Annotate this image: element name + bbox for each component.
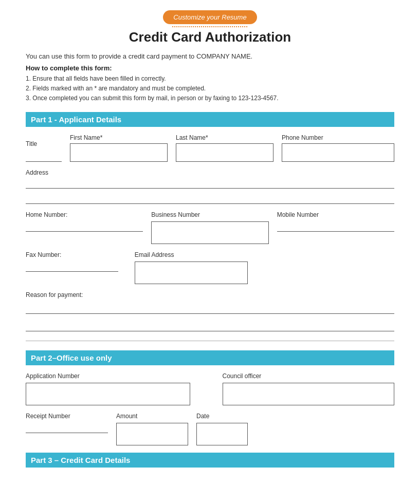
mobile-number-group: Mobile Number: [277, 211, 394, 234]
part1-header: Part 1 - Applicant Details: [26, 112, 394, 127]
home-number-label: Home Number:: [26, 211, 143, 218]
address-line-1[interactable]: [26, 178, 394, 189]
home-number-input[interactable]: [26, 221, 143, 232]
council-officer-input[interactable]: [223, 383, 395, 405]
numbers-row: Home Number: Business Number Mobile Numb…: [26, 211, 394, 244]
home-number-group: Home Number:: [26, 211, 143, 234]
receipt-number-label: Receipt Number: [26, 413, 108, 420]
fax-label: Fax Number:: [26, 251, 126, 258]
email-label: Email Address: [135, 251, 286, 258]
mobile-number-input[interactable]: [277, 221, 394, 232]
council-officer-group: Council officer: [223, 372, 395, 405]
firstname-label: First Name*: [70, 134, 168, 141]
email-input[interactable]: [135, 262, 248, 284]
divider-1: [26, 341, 394, 341]
customize-button[interactable]: Customize your Resume: [163, 10, 257, 24]
customize-btn-container: Customize your Resume: [26, 10, 394, 24]
phone-group: Phone Number: [282, 134, 394, 162]
title-group: Title: [26, 140, 62, 162]
date-input[interactable]: [196, 423, 248, 445]
instructions-block: How to complete this form: 1. Ensure tha…: [26, 64, 394, 104]
title-input[interactable]: [26, 152, 62, 162]
lastname-group: Last Name*: [176, 134, 273, 162]
council-officer-label: Council officer: [223, 372, 395, 380]
app-number-group: Application Number: [26, 372, 198, 405]
title-label: Title: [26, 140, 62, 147]
date-group: Date: [196, 413, 248, 445]
firstname-group: First Name*: [70, 134, 168, 162]
instruction-step-2: 2. Fields marked with an * are mandatory…: [26, 84, 394, 94]
address-label: Address: [26, 169, 394, 176]
app-council-row: Application Number Council officer: [26, 372, 394, 405]
address-lines: [26, 178, 394, 204]
phone-label: Phone Number: [282, 134, 394, 141]
phone-input[interactable]: [282, 143, 394, 162]
reason-section: Reason for payment:: [26, 291, 394, 331]
business-number-label: Business Number: [151, 211, 268, 218]
email-group: Email Address: [135, 251, 286, 284]
reason-label: Reason for payment:: [26, 291, 394, 298]
fax-group: Fax Number:: [26, 251, 126, 272]
part2-header: Part 2–Office use only: [26, 350, 394, 365]
reason-line-1[interactable]: [26, 304, 394, 314]
date-label: Date: [196, 413, 248, 420]
app-number-label: Application Number: [26, 372, 198, 380]
amount-group: Amount: [116, 413, 188, 445]
amount-input[interactable]: [116, 423, 188, 445]
fax-email-row: Fax Number: Email Address: [26, 251, 394, 284]
receipt-amount-date-row: Receipt Number Amount Date: [26, 413, 394, 445]
instruction-step-3: 3. Once completed you can submit this fo…: [26, 94, 394, 103]
instruction-step-1: 1. Ensure that all fields have been fill…: [26, 74, 394, 84]
receipt-number-input[interactable]: [26, 423, 108, 433]
app-number-input[interactable]: [26, 383, 190, 405]
lastname-label: Last Name*: [176, 134, 273, 141]
business-number-input[interactable]: [151, 221, 268, 244]
instructions-title: How to complete this form:: [26, 64, 394, 72]
address-section: Address: [26, 169, 394, 204]
name-row: Title First Name* Last Name* Phone Numbe…: [26, 134, 394, 162]
mobile-number-label: Mobile Number: [277, 211, 394, 218]
receipt-number-group: Receipt Number: [26, 413, 108, 433]
fax-input[interactable]: [26, 262, 118, 272]
part3-header: Part 3 – Credit Card Details: [26, 453, 394, 468]
lastname-input[interactable]: [176, 143, 273, 162]
intro-text: You can use this form to provide a credi…: [26, 52, 394, 60]
instructions-list: 1. Ensure that all fields have been fill…: [26, 74, 394, 104]
address-line-2[interactable]: [26, 194, 394, 204]
reason-lines: [26, 304, 394, 331]
page: Customize your Resume Credit Card Author…: [0, 0, 420, 504]
reason-line-2[interactable]: [26, 321, 394, 331]
amount-label: Amount: [116, 413, 188, 420]
firstname-input[interactable]: [70, 143, 168, 162]
page-title: Credit Card Authorization: [26, 29, 394, 45]
business-number-group: Business Number: [151, 211, 268, 244]
